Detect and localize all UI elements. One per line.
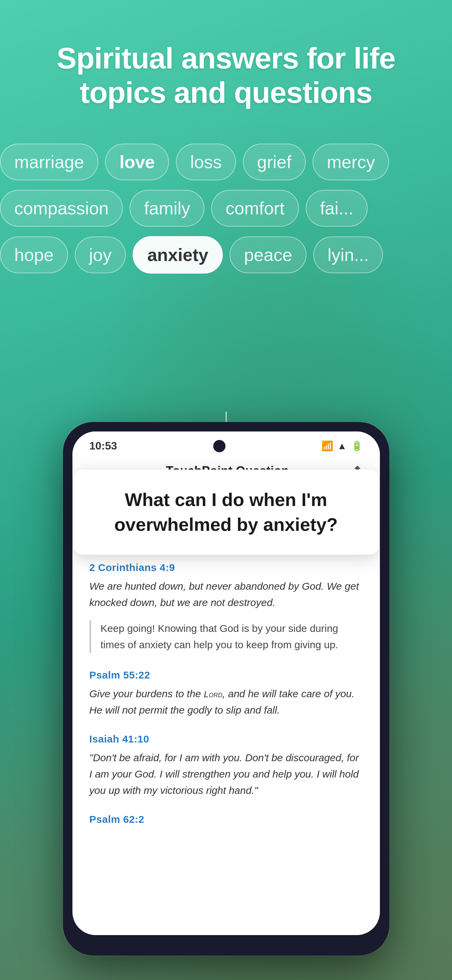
tag-family[interactable]: family	[130, 190, 205, 227]
scripture-ref-1[interactable]: 2 Corinthians 4:9	[89, 562, 363, 573]
tag-love[interactable]: love	[105, 143, 169, 180]
tag-mercy[interactable]: mercy	[312, 143, 389, 180]
tag-peace[interactable]: peace	[230, 237, 306, 273]
tag-loss[interactable]: loss	[176, 143, 236, 180]
header-title-line2: topics and questions	[79, 76, 372, 109]
tag-joy[interactable]: joy	[75, 237, 126, 273]
scripture-block-3: Isaiah 41:10 "Don't be afraid, for I am …	[89, 733, 363, 799]
scripture-text-3: "Don't be afraid, for I am with you. Don…	[89, 749, 363, 799]
header-section: Spiritual answers for life topics and qu…	[0, 0, 452, 130]
header-title-line1: Spiritual answers for life	[57, 41, 395, 75]
phone-status-bar: 10:53 📶 ▲ 🔋	[73, 431, 380, 456]
tag-comfort[interactable]: comfort	[211, 190, 299, 227]
tag-lying[interactable]: lyin...	[313, 237, 383, 273]
status-time: 10:53	[89, 440, 117, 452]
status-icons: 📶 ▲ 🔋	[321, 440, 363, 452]
tags-section: marriage love loss grief mercy compassio…	[0, 130, 452, 274]
scripture-text-2: Give your burdens to the Lord, and he wi…	[89, 686, 363, 718]
tag-grief[interactable]: grief	[243, 143, 306, 180]
tag-anxiety[interactable]: anxiety	[133, 236, 223, 274]
question-card: What can I do when I'm overwhelmed by an…	[73, 469, 379, 555]
question-text: What can I do when I'm overwhelmed by an…	[97, 487, 355, 537]
tag-marriage[interactable]: marriage	[0, 143, 98, 180]
tags-row-3: hope joy anxiety peace lyin...	[0, 236, 452, 274]
scripture-ref-3[interactable]: Isaiah 41:10	[89, 733, 363, 745]
tags-row-2: compassion family comfort fai...	[0, 190, 452, 227]
battery-icon: 🔋	[351, 440, 363, 452]
tags-row-1: marriage love loss grief mercy	[0, 143, 452, 180]
scripture-text-1: We are hunted down, but never abandoned …	[89, 578, 363, 611]
scripture-block-1: 2 Corinthians 4:9 We are hunted down, bu…	[89, 562, 363, 653]
scripture-ref-4[interactable]: Psalm 62:2	[89, 814, 363, 825]
wifi-icon: 📶	[321, 440, 333, 452]
scripture-comment-1: Keep going! Knowing that God is by your …	[89, 620, 363, 653]
phone-content: 2 Corinthians 4:9 We are hunted down, bu…	[73, 548, 380, 854]
scripture-block-2: Psalm 55:22 Give your burdens to the Lor…	[89, 669, 363, 718]
tag-hope[interactable]: hope	[0, 237, 68, 273]
camera-dot	[213, 440, 225, 452]
tag-faith[interactable]: fai...	[306, 190, 368, 227]
scripture-block-4: Psalm 62:2	[89, 814, 363, 825]
signal-icon: ▲	[338, 441, 347, 452]
header-title: Spiritual answers for life topics and qu…	[27, 41, 425, 110]
scripture-ref-2[interactable]: Psalm 55:22	[89, 669, 363, 681]
tag-compassion[interactable]: compassion	[0, 190, 123, 227]
comment-text-1: Keep going! Knowing that God is by your …	[101, 620, 363, 653]
